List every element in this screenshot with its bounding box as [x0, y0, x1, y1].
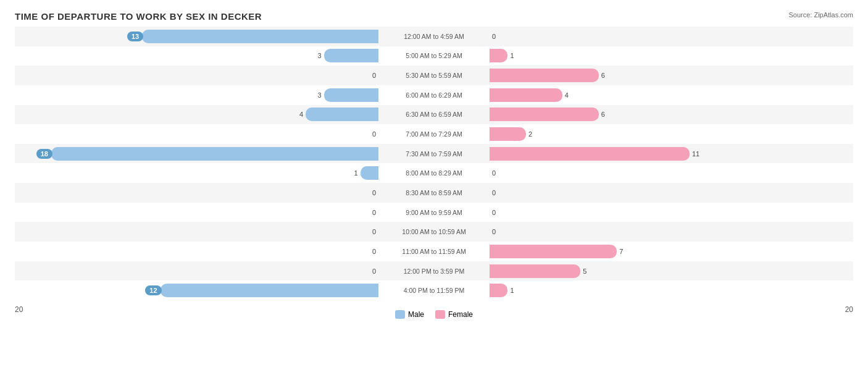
male-value-label: 3 [318, 91, 322, 99]
male-badge: 12 [145, 285, 161, 295]
row-time-label: 5:30 AM to 5:59 AM [406, 72, 462, 79]
female-value-label: 2 [528, 130, 532, 138]
row-time-label: 6:00 AM to 6:29 AM [406, 91, 462, 99]
male-bar [324, 49, 378, 62]
chart-area: 12:00 AM to 4:59 AM1305:00 AM to 5:29 AM… [15, 27, 853, 319]
female-value-label: 5 [583, 268, 586, 275]
legend-male-box [395, 310, 405, 319]
source-label: Source: ZipAtlas.com [788, 11, 853, 19]
legend-female: Female [435, 310, 473, 319]
row-time-label: 7:30 AM to 7:59 AM [406, 150, 462, 158]
male-bar [361, 166, 378, 180]
female-value-label: 0 [492, 169, 496, 177]
male-badge: 18 [36, 149, 52, 159]
male-bar [324, 88, 378, 102]
male-value-label: 4 [299, 111, 303, 118]
table-row: 5:00 AM to 5:29 AM31 [15, 46, 853, 66]
row-time-label: 5:00 AM to 5:29 AM [406, 52, 462, 59]
female-value-label: 0 [492, 209, 496, 216]
female-value-label: 0 [492, 228, 496, 235]
row-time-label: 4:00 PM to 11:59 PM [404, 287, 465, 294]
male-bar [51, 147, 378, 161]
table-row: 6:00 AM to 6:29 AM34 [15, 85, 853, 105]
male-value-label: 0 [372, 189, 376, 196]
male-bar [306, 108, 378, 121]
axis-left-label: 20 [15, 305, 23, 314]
table-row: 12:00 AM to 4:59 AM130 [15, 27, 853, 46]
legend-female-label: Female [448, 310, 473, 319]
chart-container: TIME OF DEPARTURE TO WORK BY SEX IN DECK… [0, 0, 868, 367]
male-value-label: 0 [372, 248, 376, 255]
table-row: 12:00 PM to 3:59 PM05 [15, 261, 853, 281]
chart-title: TIME OF DEPARTURE TO WORK BY SEX IN DECK… [15, 11, 853, 22]
table-row: 5:30 AM to 5:59 AM06 [15, 65, 853, 85]
table-row: 11:00 AM to 11:59 AM07 [15, 242, 853, 261]
male-value-label: 0 [372, 228, 376, 235]
male-value-label: 0 [372, 130, 376, 138]
male-bar [161, 284, 378, 297]
row-time-label: 8:00 AM to 8:29 AM [406, 169, 462, 177]
table-row: 8:30 AM to 8:59 AM00 [15, 183, 853, 203]
table-row: 10:00 AM to 10:59 AM00 [15, 222, 853, 242]
axis-right-label: 20 [845, 305, 853, 314]
row-time-label: 10:00 AM to 10:59 AM [402, 228, 465, 235]
female-value-label: 4 [565, 91, 569, 99]
female-bar [490, 108, 599, 121]
female-bar [490, 127, 526, 141]
table-row: 7:00 AM to 7:29 AM02 [15, 124, 853, 144]
female-value-label: 0 [492, 189, 496, 196]
male-value-label: 0 [372, 268, 376, 275]
female-value-label: 1 [510, 52, 514, 59]
legend-female-box [435, 310, 445, 319]
rows-container: 12:00 AM to 4:59 AM1305:00 AM to 5:29 AM… [15, 27, 853, 300]
table-row: 9:00 AM to 9:59 AM00 [15, 203, 853, 222]
female-value-label: 7 [619, 248, 623, 255]
table-row: 4:00 PM to 11:59 PM121 [15, 281, 853, 300]
row-time-label: 11:00 AM to 11:59 AM [402, 248, 465, 255]
female-value-label: 1 [510, 287, 514, 294]
female-bar [490, 284, 507, 297]
female-bar [490, 245, 617, 258]
female-value-label: 11 [692, 150, 699, 158]
table-row: 7:30 AM to 7:59 AM1811 [15, 144, 853, 164]
female-value-label: 6 [601, 72, 605, 79]
male-value-label: 1 [354, 169, 357, 177]
female-bar [490, 147, 690, 161]
row-time-label: 12:00 AM to 4:59 AM [404, 33, 464, 40]
row-time-label: 9:00 AM to 9:59 AM [406, 209, 462, 216]
table-row: 8:00 AM to 8:29 AM10 [15, 163, 853, 183]
female-bar [490, 264, 580, 278]
row-time-label: 7:00 AM to 7:29 AM [406, 130, 462, 138]
female-bar [490, 88, 562, 102]
row-time-label: 6:30 AM to 6:59 AM [406, 111, 462, 118]
female-bar [490, 69, 599, 82]
male-value-label: 3 [318, 52, 322, 59]
legend-male-label: Male [408, 310, 424, 319]
row-time-label: 8:30 AM to 8:59 AM [406, 189, 462, 196]
male-bar [142, 30, 378, 43]
female-value-label: 6 [601, 111, 605, 118]
table-row: 6:30 AM to 6:59 AM46 [15, 105, 853, 125]
row-time-label: 12:00 PM to 3:59 PM [404, 268, 465, 275]
legend-male: Male [395, 310, 424, 319]
female-value-label: 0 [492, 33, 496, 40]
legend: Male Female [395, 310, 473, 319]
male-badge: 13 [127, 32, 143, 41]
female-bar [490, 49, 507, 62]
male-value-label: 0 [372, 72, 376, 79]
male-value-label: 0 [372, 209, 376, 216]
axis-bottom: 20 Male Female 20 [15, 300, 853, 319]
